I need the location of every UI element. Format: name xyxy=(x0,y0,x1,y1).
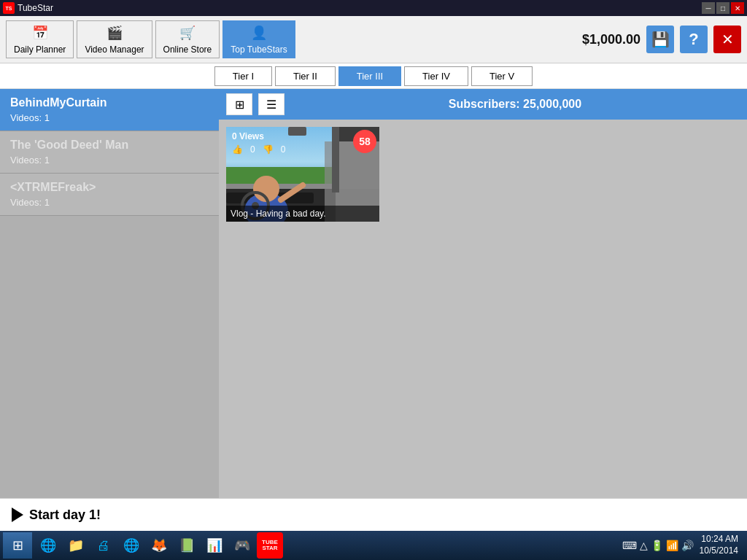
person-icon: 👤 xyxy=(249,24,269,42)
view-controls-bar: ⊞ ☰ Subscribers: 25,000,000 xyxy=(219,89,747,120)
tab-top-tubestars[interactable]: 👤 Top TubeStars xyxy=(222,20,295,58)
maximize-button[interactable]: □ xyxy=(716,2,729,14)
battery-icon: 🔋 xyxy=(651,540,663,551)
close-button[interactable]: ✕ xyxy=(731,2,744,14)
tier-tabs: Tier I Tier II Tier III Tier IV Tier V xyxy=(0,63,747,89)
content-area: BehindMyCurtain Videos: 1 The 'Good Deed… xyxy=(0,89,747,498)
list-view-button[interactable]: ☰ xyxy=(258,93,285,115)
windows-logo-icon: ⊞ xyxy=(12,537,23,553)
store-icon: 🛒 xyxy=(177,24,198,42)
tab-daily-planner[interactable]: 📅 Daily Planner xyxy=(6,20,74,58)
video-grid: 0 Views 👍 0 👎 0 58 Vlog - Having a bad d… xyxy=(219,120,747,498)
tier-tab-4[interactable]: Tier IV xyxy=(404,66,468,86)
start-day-button[interactable]: Start day 1! xyxy=(12,508,101,523)
clock-date: 10/5/2014 xyxy=(700,545,738,557)
clock-time: 10:24 AM xyxy=(700,534,738,545)
help-icon: ? xyxy=(689,30,698,49)
channel-videos: Videos: 1 xyxy=(10,197,209,208)
tier-tab-1[interactable]: Tier I xyxy=(214,66,272,86)
tier-tab-3[interactable]: Tier III xyxy=(338,66,401,86)
tab-online-store[interactable]: 🛒 Online Store xyxy=(155,20,220,58)
save-icon: 💾 xyxy=(651,31,670,48)
taskbar-clock: 10:24 AM 10/5/2014 xyxy=(700,534,738,556)
title-bar: TS TubeStar ─ □ ✕ xyxy=(0,0,747,16)
channel-name: BehindMyCurtain xyxy=(10,96,209,109)
app-logo: TS xyxy=(3,2,15,14)
tab-video-manager-label: Video Manager xyxy=(85,44,144,55)
balance-display: $1,000.00 xyxy=(582,32,640,47)
toolbar: 📅 Daily Planner 🎬 Video Manager 🛒 Online… xyxy=(0,16,747,63)
grid-view-button[interactable]: ⊞ xyxy=(226,93,252,115)
likes-icon: 👍 xyxy=(232,144,243,155)
network-icon: 📶 xyxy=(666,540,678,551)
channel-item-behind-my-curtain[interactable]: BehindMyCurtain Videos: 1 xyxy=(0,89,219,131)
video-title-overlay: Vlog - Having a bad day. xyxy=(226,206,379,222)
window-title: TubeStar xyxy=(18,3,53,13)
taskbar-chart-icon[interactable]: 📊 xyxy=(201,532,228,559)
taskbar-hp-icon[interactable]: 🖨 xyxy=(90,532,117,559)
play-icon xyxy=(12,508,23,522)
taskbar-icons: 🌐 📁 🖨 🌐 🦊 📗 📊 🎮 TUBE STAR xyxy=(32,532,616,559)
dislikes-count: 0 xyxy=(281,144,286,155)
tab-top-tubestars-label: Top TubeStars xyxy=(231,44,287,55)
likes-count: 0 xyxy=(250,144,255,155)
taskbar-chrome-icon[interactable]: 🌐 xyxy=(118,532,144,559)
bottom-bar: Start day 1! xyxy=(0,498,747,531)
channel-item-good-deed-man[interactable]: The 'Good Deed' Man Videos: 1 xyxy=(0,131,219,174)
toolbar-actions: $1,000.00 💾 ? ✕ xyxy=(582,26,741,53)
windows-start-button[interactable]: ⊞ xyxy=(3,532,32,559)
help-button[interactable]: ? xyxy=(680,26,708,53)
channel-sidebar: BehindMyCurtain Videos: 1 The 'Good Deed… xyxy=(0,89,219,498)
channel-item-xtrmefreak[interactable]: <XTRMEFreak> Videos: 1 xyxy=(0,174,219,216)
tab-video-manager[interactable]: 🎬 Video Manager xyxy=(77,20,152,58)
video-score: 58 xyxy=(353,130,376,153)
arrow-up-icon: △ xyxy=(640,540,648,551)
list-icon: ☰ xyxy=(266,98,276,112)
volume-icon: 🔊 xyxy=(681,540,694,551)
system-tray-icons: ⌨ △ 🔋 📶 🔊 xyxy=(622,540,694,551)
channel-videos: Videos: 1 xyxy=(10,155,209,166)
video-views: 0 Views xyxy=(232,131,264,141)
channel-name: <XTRMEFreak> xyxy=(10,181,209,194)
dislikes-icon: 👎 xyxy=(263,144,274,155)
start-day-label: Start day 1! xyxy=(29,508,101,523)
calendar-icon: 📅 xyxy=(30,24,50,42)
right-panel: ⊞ ☰ Subscribers: 25,000,000 xyxy=(219,89,747,498)
video-likes-bar: 👍 0 👎 0 xyxy=(232,144,285,155)
taskbar-right: ⌨ △ 🔋 📶 🔊 10:24 AM 10/5/2014 xyxy=(616,534,744,556)
video-thumbnail: 0 Views 👍 0 👎 0 58 Vlog - Having a bad d… xyxy=(226,127,379,222)
tier-tab-5[interactable]: Tier V xyxy=(471,66,533,86)
channel-name: The 'Good Deed' Man xyxy=(10,139,209,152)
taskbar: ⊞ 🌐 📁 🖨 🌐 🦊 📗 📊 🎮 TUBE STAR ⌨ △ 🔋 📶 🔊 10… xyxy=(0,531,747,560)
subscribers-label: Subscribers: 25,000,000 xyxy=(290,98,740,111)
taskbar-ie-icon[interactable]: 🌐 xyxy=(35,532,61,559)
window-controls: ─ □ ✕ xyxy=(702,2,744,14)
video-icon: 🎬 xyxy=(104,24,125,42)
grid-icon: ⊞ xyxy=(235,98,244,112)
keyboard-icon: ⌨ xyxy=(622,540,637,551)
tier-tab-2[interactable]: Tier II xyxy=(275,66,336,86)
taskbar-tubestar-icon[interactable]: TUBE STAR xyxy=(257,532,283,559)
taskbar-minecraft-icon[interactable]: 🎮 xyxy=(229,532,255,559)
svg-rect-15 xyxy=(332,127,339,192)
tab-daily-planner-label: Daily Planner xyxy=(14,44,66,55)
taskbar-firefox-icon[interactable]: 🦊 xyxy=(146,532,172,559)
video-card[interactable]: 0 Views 👍 0 👎 0 58 Vlog - Having a bad d… xyxy=(226,127,379,222)
channel-videos: Videos: 1 xyxy=(10,112,209,123)
title-bar-left: TS TubeStar xyxy=(3,2,53,14)
taskbar-green-icon[interactable]: 📗 xyxy=(174,532,200,559)
taskbar-explorer-icon[interactable]: 📁 xyxy=(63,532,89,559)
exit-button[interactable]: ✕ xyxy=(713,26,741,53)
minimize-button[interactable]: ─ xyxy=(702,2,715,14)
toolbar-tabs: 📅 Daily Planner 🎬 Video Manager 🛒 Online… xyxy=(6,20,295,58)
exit-icon: ✕ xyxy=(721,31,734,48)
tab-online-store-label: Online Store xyxy=(163,44,212,55)
svg-rect-14 xyxy=(288,127,306,136)
save-button[interactable]: 💾 xyxy=(646,26,674,53)
